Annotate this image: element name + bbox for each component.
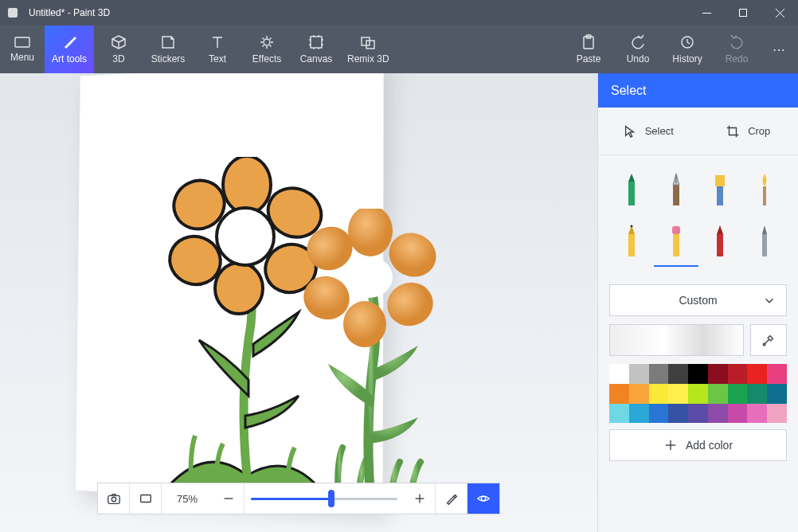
color-swatch[interactable] [629, 404, 649, 424]
text-button[interactable]: Text [193, 25, 242, 73]
pencil-brush-icon[interactable] [609, 216, 654, 267]
effects-label: Effects [252, 53, 281, 65]
svg-rect-5 [15, 37, 29, 47]
color-swatch[interactable] [708, 384, 728, 404]
color-swatch[interactable] [747, 404, 767, 424]
redo-label: Redo [726, 53, 749, 65]
zoom-level-label[interactable]: 75% [162, 493, 213, 505]
color-swatch[interactable] [728, 404, 748, 424]
color-swatch[interactable] [668, 404, 688, 424]
bottom-toolbar: 75% [97, 483, 500, 514]
color-swatch[interactable] [728, 364, 748, 384]
calligraphy-pen-icon[interactable] [654, 165, 698, 216]
edit-mode-icon[interactable] [436, 483, 467, 514]
art-tools-button[interactable]: Art tools [45, 25, 94, 73]
undo-button[interactable]: Undo [613, 25, 663, 73]
svg-point-16 [215, 263, 263, 314]
color-swatch[interactable] [609, 404, 629, 424]
remix3d-label: Remix 3D [347, 53, 389, 65]
pixel-pen-icon[interactable] [742, 216, 787, 267]
eyedropper-button[interactable] [750, 324, 787, 356]
color-swatch[interactable] [649, 364, 669, 384]
window-title: Untitled* - Paint 3D [25, 7, 688, 18]
canvas-button[interactable]: Canvas [291, 25, 341, 73]
svg-point-20 [348, 209, 393, 256]
color-swatch[interactable] [609, 364, 629, 384]
color-swatch[interactable] [747, 364, 767, 384]
ribbon-toolbar: Menu Art tools 3D Stickers Text Effects … [0, 25, 798, 73]
svg-rect-39 [763, 186, 766, 205]
menu-button[interactable]: Menu [0, 25, 45, 73]
svg-point-33 [481, 496, 485, 500]
art-tools-label: Art tools [52, 53, 87, 65]
canvas-label: Canvas [300, 53, 333, 65]
zoom-out-button[interactable] [213, 483, 244, 514]
svg-rect-44 [717, 234, 723, 256]
svg-point-6 [264, 39, 270, 45]
view-mode-icon[interactable] [467, 483, 499, 514]
effects-button[interactable]: Effects [242, 25, 291, 73]
color-swatch[interactable] [688, 384, 708, 404]
camera-icon[interactable] [98, 483, 130, 514]
minimize-button[interactable] [688, 0, 725, 25]
color-swatch[interactable] [609, 384, 629, 404]
color-swatch[interactable] [767, 404, 787, 424]
color-swatch[interactable] [708, 404, 728, 424]
zoom-in-button[interactable] [404, 483, 436, 514]
material-select[interactable]: Custom [609, 284, 787, 316]
color-swatch[interactable] [688, 404, 708, 424]
watercolor-brush-icon[interactable] [742, 165, 787, 216]
remix3d-button[interactable]: Remix 3D [341, 25, 396, 73]
svg-point-46 [763, 343, 765, 346]
history-button[interactable]: History [663, 25, 712, 73]
select-label: Select [645, 125, 674, 137]
crop-tool-button[interactable]: Crop [698, 124, 799, 139]
color-swatch[interactable] [629, 364, 649, 384]
redo-button[interactable]: Redo [712, 25, 761, 73]
color-swatch[interactable] [649, 384, 669, 404]
add-color-label: Add color [686, 439, 733, 452]
fit-screen-icon[interactable] [130, 483, 162, 514]
close-button[interactable] [761, 0, 798, 25]
flower-3d-object[interactable] [295, 209, 446, 511]
current-color-swatch[interactable] [609, 324, 744, 356]
zoom-slider[interactable] [244, 498, 404, 500]
side-panel: Select Select Crop [597, 73, 798, 532]
svg-rect-0 [8, 8, 18, 18]
canvas-area[interactable]: 75% [0, 73, 597, 532]
marker-brush-icon[interactable] [609, 165, 654, 216]
panel-title: Select [598, 73, 798, 108]
paste-label: Paste [577, 53, 601, 65]
svg-point-23 [343, 301, 386, 347]
svg-rect-29 [140, 495, 151, 503]
svg-rect-2 [740, 10, 747, 17]
svg-rect-35 [673, 185, 679, 205]
color-swatch[interactable] [767, 364, 787, 384]
svg-point-41 [630, 225, 632, 228]
oil-brush-icon[interactable] [698, 165, 743, 216]
eraser-brush-icon[interactable] [654, 216, 698, 267]
3d-button[interactable]: 3D [94, 25, 143, 73]
color-swatch[interactable] [767, 384, 787, 404]
color-swatch[interactable] [668, 364, 688, 384]
maximize-button[interactable] [725, 0, 761, 25]
color-swatch[interactable] [747, 384, 767, 404]
add-color-button[interactable]: Add color [609, 429, 787, 461]
stickers-label: Stickers [151, 53, 186, 65]
titlebar: Untitled* - Paint 3D [0, 0, 798, 25]
color-swatch[interactable] [649, 404, 669, 424]
color-swatch[interactable] [629, 384, 649, 404]
text-label: Text [209, 53, 226, 65]
paste-button[interactable]: Paste [564, 25, 613, 73]
color-swatch[interactable] [708, 364, 728, 384]
color-swatch[interactable] [688, 364, 708, 384]
svg-rect-34 [628, 182, 635, 205]
select-tool-button[interactable]: Select [598, 124, 698, 139]
crayon-brush-icon[interactable] [698, 216, 743, 267]
svg-point-26 [345, 256, 393, 298]
svg-rect-7 [311, 37, 322, 48]
more-button[interactable]: ⋯ [761, 25, 798, 73]
color-swatch[interactable] [728, 384, 748, 404]
stickers-button[interactable]: Stickers [143, 25, 193, 73]
color-swatch[interactable] [668, 384, 688, 404]
